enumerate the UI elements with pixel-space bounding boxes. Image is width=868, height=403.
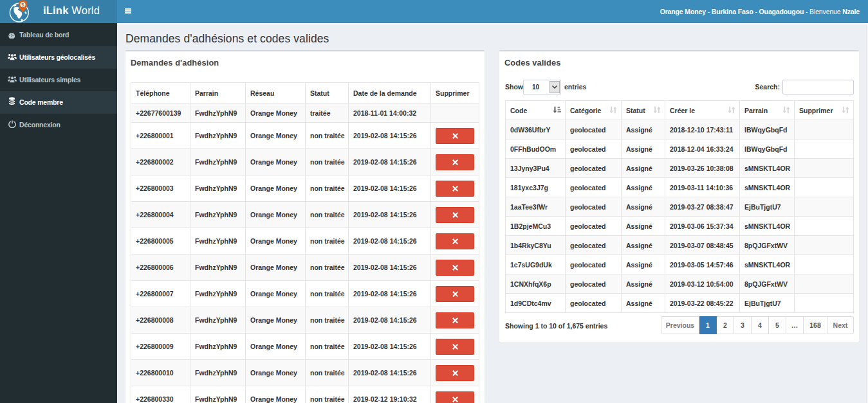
svg-text:$: $: [21, 2, 24, 8]
